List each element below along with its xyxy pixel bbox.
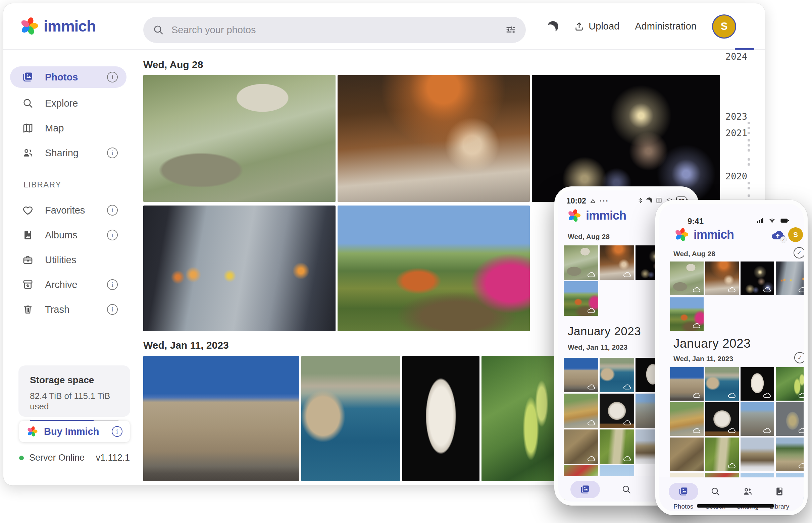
photo-baboons-jungle[interactable] — [143, 75, 335, 202]
thumb-beach-cliff[interactable] — [670, 402, 704, 436]
photo-holding-hands-dusk[interactable] — [143, 205, 335, 331]
heart-icon — [22, 204, 34, 216]
thumb-dinner[interactable] — [600, 246, 634, 280]
cloud-backup-icon — [587, 383, 595, 390]
sidebar-item-photos[interactable]: Photos i — [10, 66, 126, 88]
immich-logo[interactable]: immich — [19, 14, 96, 38]
thumb-castle[interactable] — [564, 358, 598, 392]
search-icon — [612, 481, 641, 498]
photo-sea-grapes[interactable] — [482, 356, 559, 481]
date-group-header: Wed, Jan 11, 2023 — [673, 355, 733, 363]
search-bar[interactable] — [143, 17, 526, 43]
cloud-backup-icon — [692, 392, 701, 399]
thumb-child-sculpture[interactable] — [600, 394, 634, 428]
sidebar-label: Trash — [45, 304, 96, 315]
immich-flower-icon — [567, 209, 581, 222]
user-avatar[interactable]: S — [788, 227, 803, 242]
immich-flower-icon — [19, 16, 39, 36]
administration-link[interactable]: Administration — [635, 21, 696, 32]
thumb-coast[interactable] — [705, 367, 739, 401]
storage-title: Storage space — [30, 375, 119, 385]
explore-search-icon — [22, 97, 34, 109]
thumb-baboons[interactable] — [670, 262, 704, 295]
upload-button[interactable]: Upload — [574, 21, 619, 32]
sidebar-item-archive[interactable]: Archive i — [10, 274, 126, 295]
thumb-castle[interactable] — [670, 367, 704, 401]
month-header: January 2023 — [568, 325, 641, 338]
thumb-hands[interactable] — [776, 262, 808, 295]
sidebar-item-map[interactable]: Map — [10, 118, 126, 139]
nav-tab-photos[interactable]: Photos — [568, 481, 603, 506]
sidebar-label: Photos — [45, 72, 96, 83]
sidebar-item-explore[interactable]: Explore — [10, 92, 126, 114]
nav-tab-search[interactable]: Search — [609, 481, 644, 506]
info-icon[interactable]: i — [107, 72, 118, 83]
cloud-backup-icon — [798, 392, 807, 399]
thumb-fireworks[interactable] — [741, 262, 774, 295]
thumb-baboons[interactable] — [564, 246, 598, 280]
scrubber-position-marker[interactable] — [735, 48, 754, 50]
thumb-beach-cliff[interactable] — [564, 394, 598, 428]
user-avatar[interactable]: S — [712, 14, 736, 39]
buy-immich-button[interactable]: Buy Immich i — [19, 421, 130, 442]
thumb-lizard-moss[interactable] — [705, 437, 739, 471]
cloud-backup-icon — [798, 427, 807, 434]
dark-mode-toggle-icon[interactable] — [547, 20, 559, 33]
sidebar-item-utilities[interactable]: Utilities — [10, 249, 126, 271]
cloud-backup-icon — [798, 462, 807, 469]
thumb-child-sculpture[interactable] — [705, 402, 739, 436]
cloud-backup-icon — [587, 455, 595, 462]
info-icon[interactable]: i — [107, 205, 118, 216]
photo-marble-bust[interactable] — [402, 356, 480, 481]
nav-tab-photos[interactable]: Photos — [668, 483, 699, 515]
cloud-backup-status-icon[interactable]: ✓ — [771, 229, 785, 241]
home-indicator[interactable] — [697, 504, 774, 508]
scrubber-tick — [747, 132, 750, 134]
info-icon[interactable]: i — [107, 304, 118, 315]
battery-icon — [779, 217, 790, 224]
cloud-backup-icon — [623, 383, 632, 390]
cloud-backup-icon — [727, 462, 736, 469]
thumb-garden-path[interactable] — [564, 281, 598, 316]
photo-row — [143, 356, 559, 481]
library-icon — [765, 483, 794, 500]
thumb-ruins[interactable] — [741, 402, 774, 436]
nav-tab-sharing[interactable]: Sharing — [731, 483, 764, 515]
sidebar-label: Archive — [45, 279, 96, 290]
home-indicator[interactable] — [592, 504, 659, 506]
sharing-people-icon — [22, 147, 34, 159]
sidebar-item-albums[interactable]: Albums i — [10, 224, 126, 246]
thumb-snowy-church[interactable] — [741, 437, 774, 471]
photo-coastal-fort[interactable] — [301, 356, 400, 481]
info-icon[interactable]: i — [107, 230, 118, 240]
thumb-bust[interactable] — [741, 367, 774, 401]
photo-autumn-garden-path[interactable] — [338, 205, 530, 331]
search-filters-icon[interactable] — [505, 24, 516, 36]
thumb-lizard[interactable] — [670, 437, 704, 471]
thumb-dinner[interactable] — [705, 262, 739, 295]
thumb-berries[interactable] — [776, 367, 808, 401]
sidebar-item-sharing[interactable]: Sharing i — [10, 142, 126, 164]
thumb-trophy[interactable] — [776, 402, 808, 436]
info-icon[interactable]: i — [112, 426, 122, 437]
photo-dubrovnik-castle-wall[interactable] — [143, 356, 299, 481]
immich-flower-icon — [674, 227, 689, 242]
sidebar-item-trash[interactable]: Trash i — [10, 299, 126, 320]
nav-tab-search[interactable]: Search — [699, 483, 732, 515]
thumb-lizard-moss[interactable] — [600, 430, 634, 464]
photo-autumn-dinner-table[interactable] — [338, 75, 530, 202]
sidebar-item-favorites[interactable]: Favorites i — [10, 199, 126, 221]
info-icon[interactable]: i — [107, 147, 118, 158]
photo-fireworks[interactable] — [532, 75, 720, 202]
thumb-coast[interactable] — [600, 358, 634, 392]
info-icon[interactable]: i — [107, 279, 118, 290]
nav-tab-library[interactable]: Library — [764, 483, 796, 515]
thumb-alpine-village[interactable] — [776, 437, 808, 471]
search-input[interactable] — [171, 24, 498, 36]
thumb-garden-path[interactable] — [670, 297, 704, 331]
thumb-lizard[interactable] — [564, 430, 598, 464]
select-all-check-icon[interactable]: ✓ — [794, 247, 805, 258]
select-all-check-icon[interactable]: ✓ — [794, 352, 806, 363]
cloud-backup-icon — [623, 271, 632, 278]
wifi-icon — [768, 217, 776, 224]
